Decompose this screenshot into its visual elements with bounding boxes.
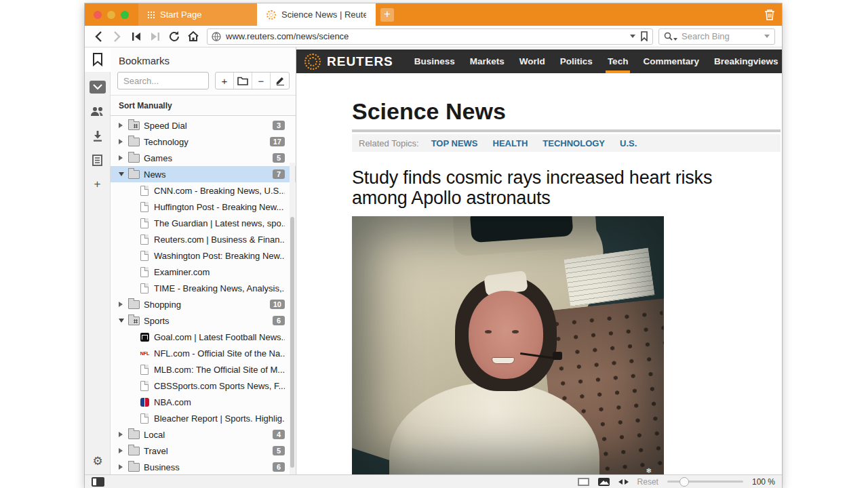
chevron-right-icon[interactable] (119, 432, 128, 437)
forward-button[interactable] (109, 28, 125, 45)
bookmark-folder-row[interactable]: Business6 (111, 459, 296, 474)
reuters-logo-icon[interactable] (304, 54, 321, 70)
reuters-nav-world[interactable]: World (512, 49, 553, 73)
new-tab-button[interactable]: + (380, 8, 394, 22)
bookmark-row[interactable]: CNN.com - Breaking News, U.S... (111, 182, 296, 199)
downloads-panel-button[interactable] (85, 123, 111, 148)
tilt-arrows-icon[interactable] (618, 479, 629, 485)
bookmark-row[interactable]: NFLNFL.com - Official Site of the Na... (111, 345, 296, 361)
mail-panel-button[interactable] (85, 75, 111, 99)
url-text[interactable]: www.reuters.com/news/science (226, 31, 625, 41)
bookmark-row[interactable]: Goal.com | Latest Football News... (111, 329, 296, 345)
chevron-right-icon[interactable] (119, 155, 128, 161)
chevron-right-icon[interactable] (119, 448, 128, 453)
photo-watermark: ❄ (646, 467, 652, 474)
trash-icon[interactable] (764, 8, 776, 21)
bookmark-folder-row[interactable]: Speed Dial3 (111, 117, 296, 134)
bookmark-folder-row[interactable]: Technology17 (111, 134, 296, 150)
chevron-right-icon[interactable] (119, 139, 128, 144)
mail-icon (90, 81, 106, 94)
tab-start-page[interactable]: Start Page (138, 3, 257, 26)
bookmark-label: Washington Post: Breaking New... (154, 251, 285, 261)
scrollbar-thumb[interactable] (290, 217, 294, 468)
add-bookmark-button[interactable]: + (216, 73, 234, 89)
fast-forward-button[interactable] (147, 28, 163, 45)
topic-link-health[interactable]: HEALTH (493, 138, 528, 148)
bookmark-folder-row[interactable]: Games5 (111, 150, 296, 166)
panel-toggle-icon[interactable] (92, 477, 104, 487)
contacts-panel-button[interactable] (85, 99, 111, 123)
address-dropdown-icon[interactable] (630, 35, 635, 38)
zoom-slider-knob[interactable] (679, 477, 689, 487)
bookmark-row[interactable]: Huffington Post - Breaking New... (111, 199, 296, 215)
folder-icon (128, 317, 140, 325)
topic-link-technology[interactable]: TECHNOLOGY (542, 138, 605, 148)
zoom-reset-button[interactable]: Reset (637, 477, 658, 487)
reuters-nav-markets[interactable]: Markets (462, 49, 512, 73)
bookmark-folder-row[interactable]: Shopping10 (111, 296, 296, 312)
address-bar[interactable]: www.reuters.com/news/science (207, 28, 653, 45)
bookmark-row[interactable]: The Guardian | Latest news, spo... (111, 215, 296, 231)
add-web-panel-button[interactable]: + (85, 172, 111, 197)
reload-button[interactable] (166, 28, 182, 45)
bookmark-row[interactable]: Washington Post: Breaking New... (111, 247, 296, 264)
article-headline[interactable]: Study finds cosmic rays increased heart … (352, 167, 759, 208)
bookmark-page-icon[interactable] (640, 31, 648, 41)
bookmark-row[interactable]: MLB.com: The Official Site of M... (111, 361, 296, 378)
zoom-slider[interactable] (667, 481, 743, 483)
bookmark-row[interactable]: CBSSports.com Sports News, F... (111, 378, 296, 394)
settings-button[interactable]: ⚙ (85, 454, 111, 468)
chevron-down-icon[interactable] (119, 319, 128, 323)
chevron-down-icon[interactable] (119, 172, 128, 176)
bookmark-row[interactable]: Bleacher Report | Sports. Highlig... (111, 410, 296, 426)
sort-mode-header[interactable]: Sort Manually (111, 95, 296, 116)
count-badge: 5 (273, 446, 285, 455)
webpage: REUTERS BusinessMarketsWorldPoliticsTech… (296, 47, 782, 474)
bookmark-label: CNN.com - Breaking News, U.S... (154, 186, 285, 196)
reuters-nav-business[interactable]: Business (407, 49, 462, 73)
images-toggle-icon[interactable] (598, 478, 610, 486)
rewind-button[interactable] (128, 28, 144, 45)
reuters-nav-commentary[interactable]: Commentary (635, 49, 707, 73)
topic-link-top-news[interactable]: TOP NEWS (431, 138, 478, 148)
reuters-nav-politics[interactable]: Politics (553, 49, 600, 73)
close-window-button[interactable] (94, 11, 102, 19)
home-button[interactable] (185, 28, 201, 45)
chevron-right-icon[interactable] (119, 123, 128, 128)
goal-favicon (140, 333, 149, 342)
page-actions-icon[interactable] (578, 478, 589, 486)
minimize-window-button[interactable] (107, 11, 115, 19)
zoom-window-button[interactable] (121, 11, 129, 19)
reuters-nav-tech[interactable]: Tech (600, 49, 636, 73)
bookmark-row[interactable]: Examiner.com (111, 264, 296, 280)
back-button[interactable] (90, 28, 106, 45)
new-folder-button[interactable] (234, 73, 252, 89)
search-placeholder[interactable]: Search Bing (682, 31, 760, 41)
search-field[interactable]: Search Bing (658, 28, 775, 45)
edit-bookmark-button[interactable] (271, 73, 289, 89)
bookmark-folder-row[interactable]: News7 (111, 166, 296, 182)
bookmark-folder-row[interactable]: Local4 (111, 426, 296, 443)
reuters-favicon (267, 10, 276, 20)
bookmark-row[interactable]: TIME - Breaking News, Analysis,... (111, 280, 296, 296)
chevron-right-icon[interactable] (119, 302, 128, 307)
bookmark-row[interactable]: Reuters.com | Business & Finan... (111, 231, 296, 247)
nfl-favicon: NFL (140, 349, 149, 358)
notes-panel-button[interactable] (85, 148, 111, 172)
reuters-nav-breakingviews[interactable]: Breakingviews (707, 49, 782, 73)
bookmarks-panel-button[interactable] (85, 47, 111, 72)
search-engine-icon[interactable] (664, 32, 677, 41)
folder-icon (128, 447, 140, 455)
bookmarks-search-input[interactable]: Search... (117, 72, 209, 89)
tab-science-news[interactable]: Science News | Reuters.com (257, 3, 376, 26)
bookmark-folder-row[interactable]: Sports6 (111, 312, 296, 329)
count-badge: 5 (273, 153, 285, 163)
search-dropdown-icon[interactable] (764, 35, 770, 38)
reuters-brand[interactable]: REUTERS (327, 54, 393, 69)
bookmark-folder-row[interactable]: Travel5 (111, 443, 296, 459)
panel-scrollbar[interactable] (290, 163, 295, 474)
bookmark-row[interactable]: NBA.com (111, 394, 296, 410)
chevron-right-icon[interactable] (119, 464, 128, 470)
delete-bookmark-button[interactable]: − (252, 73, 271, 89)
topic-link-u-s-[interactable]: U.S. (620, 138, 637, 148)
